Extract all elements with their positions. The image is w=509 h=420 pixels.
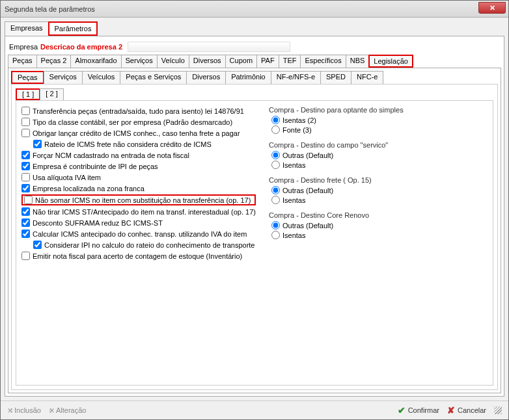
radio-g3-isentas-box[interactable] bbox=[271, 196, 280, 204]
sub-servicos[interactable]: Serviços bbox=[44, 71, 83, 84]
sub-pecas-servicos[interactable]: Peças e Serviços bbox=[120, 71, 187, 84]
top-panel: Empresa Descricao da empresa 2 Peças Peç… bbox=[5, 36, 504, 397]
radio-fonte-3-box[interactable] bbox=[271, 125, 280, 134]
rgroup-optante-simples: Compra - Destino para optante do simples… bbox=[269, 106, 404, 135]
tab-empresas[interactable]: Empresas bbox=[5, 21, 49, 36]
sub-diversos[interactable]: Diversos bbox=[186, 71, 226, 84]
rgroup-title-2: Compra - Destino do campo "servico" bbox=[269, 141, 404, 149]
sub-nfce[interactable]: NFC-e bbox=[351, 71, 383, 84]
chk-considerar-ipi-box[interactable] bbox=[33, 241, 42, 249]
plus-arrow-icon: ⤨ bbox=[7, 406, 13, 415]
radio-g3-isentas-label: Isentas bbox=[282, 196, 305, 204]
cat-tef[interactable]: TEF bbox=[279, 55, 301, 68]
cat-veiculo[interactable]: Veículo bbox=[157, 55, 189, 68]
radio-g4-isentas[interactable]: Isentas bbox=[271, 230, 404, 240]
chk-suframa-box[interactable] bbox=[21, 218, 30, 227]
num-tab-1[interactable]: [ 1 ] bbox=[16, 88, 40, 100]
chk-forcar-ncm-box[interactable] bbox=[21, 151, 30, 159]
cat-legislacao[interactable]: Legislação bbox=[368, 55, 413, 68]
sub-panel: [ 1 ] [ 2 ] Transferência peças (entrada… bbox=[11, 85, 498, 390]
cat-almox[interactable]: Almoxarifado bbox=[70, 55, 121, 68]
check-icon: ✔ bbox=[398, 405, 406, 415]
chk-calcular-icms-label: Calcular ICMS antecipado do conhec. tran… bbox=[33, 230, 247, 238]
radio-fonte-3[interactable]: Fonte (3) bbox=[271, 125, 404, 135]
chk-considerar-ipi[interactable]: Considerar IPI no calculo do rateio do c… bbox=[33, 240, 256, 250]
chk-nao-tirar-icms-st[interactable]: Não tirar ICMS ST/Antecipado do item na … bbox=[21, 207, 256, 217]
chk-aliquota-iva-box[interactable] bbox=[21, 173, 30, 181]
chk-nao-somar-icms-box[interactable] bbox=[24, 196, 33, 204]
chk-transferencia[interactable]: Transferência peças (entrada/saída, tudo… bbox=[21, 106, 256, 116]
radio-isentas-2[interactable]: Isentas (2) bbox=[271, 115, 404, 125]
top-tabs: Empresas Parâmetros bbox=[5, 21, 504, 36]
chk-obrigar[interactable]: Obrigar lançar crédito de ICMS conhec., … bbox=[21, 128, 256, 138]
chk-zona-franca-box[interactable] bbox=[21, 184, 30, 192]
rgroup-title-1: Compra - Destino para optante do simples bbox=[269, 106, 404, 114]
cat-pecas[interactable]: Peças bbox=[8, 55, 37, 68]
chk-contribuinte-ipi-box[interactable] bbox=[21, 162, 30, 170]
cat-paf[interactable]: PAF bbox=[256, 55, 279, 68]
chk-suframa[interactable]: Desconto SUFRAMA reduz BC ICMS-ST bbox=[21, 218, 256, 228]
radio-g2-outras[interactable]: Outras (Default) bbox=[271, 150, 404, 160]
cancelar-label: Cancelar bbox=[458, 406, 486, 414]
chk-tipo-classe[interactable]: Tipo da classe contábil, ser por empresa… bbox=[21, 117, 256, 127]
empresa-row: Empresa Descricao da empresa 2 bbox=[8, 39, 501, 55]
radio-g4-isentas-box[interactable] bbox=[271, 231, 280, 239]
cat-pecas2[interactable]: Peças 2 bbox=[36, 55, 72, 68]
cat-diversos[interactable]: Diversos bbox=[189, 55, 226, 68]
chk-obrigar-label: Obrigar lançar crédito de ICMS conhec., … bbox=[33, 129, 240, 137]
tab-parametros[interactable]: Parâmetros bbox=[48, 21, 98, 36]
rgroup-title-3: Compra - Destino frete ( Op. 15) bbox=[269, 176, 404, 184]
empresa-input[interactable] bbox=[128, 42, 290, 52]
confirmar-button[interactable]: ✔ Confirmar bbox=[398, 405, 439, 415]
window-title: Segunda tela de parâmetros bbox=[5, 5, 95, 13]
chk-zona-franca[interactable]: Empresa localizada na zona franca bbox=[21, 183, 256, 193]
chk-calcular-icms-box[interactable] bbox=[21, 230, 30, 238]
radio-g3-outras-box[interactable] bbox=[271, 186, 280, 194]
num-panel: Transferência peças (entrada/saída, tudo… bbox=[16, 100, 493, 386]
chk-contribuinte-ipi[interactable]: Empresa é contribuinte de IPI de peças bbox=[21, 161, 256, 171]
cat-servicos[interactable]: Serviços bbox=[121, 55, 158, 68]
radio-g2-isentas-box[interactable] bbox=[271, 161, 280, 169]
chk-nao-somar-icms[interactable]: Não somar ICMS no item com substituição … bbox=[21, 194, 256, 205]
chk-transferencia-box[interactable] bbox=[21, 107, 30, 115]
radio-g2-isentas[interactable]: Isentas bbox=[271, 160, 404, 170]
sub-nfe-nfse[interactable]: NF-e/NFS-e bbox=[271, 71, 321, 84]
cat-especificos[interactable]: Específicos bbox=[300, 55, 346, 68]
chk-emitir-nf-box[interactable] bbox=[21, 252, 30, 260]
x-icon: ✘ bbox=[447, 405, 455, 415]
rgroup-core-renovo: Compra - Destino Core Renovo Outras (Def… bbox=[269, 211, 404, 240]
chk-rateio-frete[interactable]: Rateio de ICMS frete não considera crédi… bbox=[33, 139, 256, 149]
chk-tipo-classe-box[interactable] bbox=[21, 118, 30, 126]
chk-forcar-ncm[interactable]: Forçar NCM cadastrado na entrada de nota… bbox=[21, 150, 256, 160]
category-tabs: Peças Peças 2 Almoxarifado Serviços Veíc… bbox=[8, 55, 501, 68]
title-bar: Segunda tela de parâmetros ✕ bbox=[1, 1, 508, 18]
close-button[interactable]: ✕ bbox=[478, 2, 506, 14]
radio-g3-isentas[interactable]: Isentas bbox=[271, 195, 404, 205]
inclusao-button[interactable]: ⤨ Inclusão bbox=[7, 406, 41, 415]
radio-g2-outras-box[interactable] bbox=[271, 151, 280, 159]
chk-calcular-icms[interactable]: Calcular ICMS antecipado do conhec. tran… bbox=[21, 229, 256, 239]
cat-nbs[interactable]: NBS bbox=[346, 55, 370, 68]
radio-isentas-2-label: Isentas (2) bbox=[282, 116, 316, 124]
resize-grip-icon[interactable] bbox=[494, 406, 502, 414]
chk-emitir-nf[interactable]: Emitir nota fiscal para acerto de contag… bbox=[21, 251, 256, 261]
alteracao-label: Alteração bbox=[56, 406, 86, 414]
inclusao-label: Inclusão bbox=[14, 406, 41, 414]
chk-nao-tirar-icms-st-box[interactable] bbox=[21, 207, 30, 216]
checkbox-column: Transferência peças (entrada/saída, tudo… bbox=[21, 106, 256, 380]
sub-sped[interactable]: SPED bbox=[320, 71, 351, 84]
chk-rateio-frete-box[interactable] bbox=[33, 140, 42, 148]
radio-isentas-2-box[interactable] bbox=[271, 116, 280, 124]
alteracao-button[interactable]: ⤪ Alteração bbox=[49, 406, 86, 415]
sub-patrimonio[interactable]: Patrimônio bbox=[225, 71, 271, 84]
chk-aliquota-iva[interactable]: Usa alíquota IVA item bbox=[21, 172, 256, 182]
radio-g4-outras[interactable]: Outras (Default) bbox=[271, 220, 404, 230]
radio-g3-outras[interactable]: Outras (Default) bbox=[271, 185, 404, 195]
cat-cupom[interactable]: Cupom bbox=[225, 55, 257, 68]
sub-veiculos[interactable]: Veículos bbox=[82, 71, 121, 84]
sub-pecas[interactable]: Peças bbox=[11, 71, 44, 84]
chk-obrigar-box[interactable] bbox=[21, 129, 30, 137]
num-tab-2[interactable]: [ 2 ] bbox=[40, 88, 63, 100]
cancelar-button[interactable]: ✘ Cancelar bbox=[447, 405, 486, 415]
radio-g4-outras-box[interactable] bbox=[271, 221, 280, 230]
